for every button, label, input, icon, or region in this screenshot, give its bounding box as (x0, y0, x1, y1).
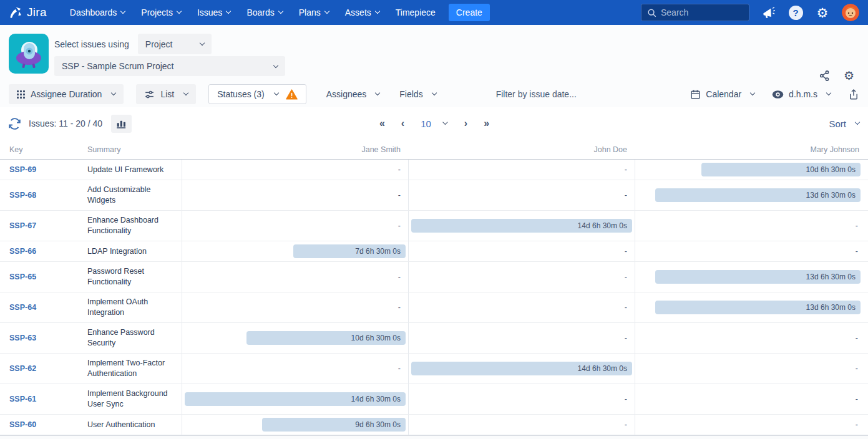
report-toolbar: Assignee Duration List Statuses (3) Assi… (0, 81, 868, 107)
nav-item-projects[interactable]: Projects (133, 0, 189, 25)
next-page-button[interactable]: › (464, 118, 467, 129)
assignees-filter-dropdown[interactable]: Assignees (326, 89, 380, 99)
first-page-button[interactable]: « (379, 118, 384, 129)
duration-bar[interactable]: 14d 6h 30m 0s (185, 392, 406, 406)
issue-key-link[interactable]: SSP-62 (9, 364, 36, 373)
duration-cell: - (635, 384, 868, 414)
issue-source-type-dropdown[interactable]: Project (138, 34, 212, 54)
chevron-down-icon (278, 9, 283, 14)
issue-key-link[interactable]: SSP-64 (9, 303, 36, 312)
issue-key-link[interactable]: SSP-63 (9, 334, 36, 342)
issue-key-link[interactable]: SSP-61 (9, 395, 36, 403)
column-header-key: Key (9, 145, 87, 154)
view-mode-dropdown[interactable]: List (136, 84, 196, 104)
report-controls: Issues: 11 - 20 / 40 « ‹ 10 › » Sort (0, 107, 868, 140)
column-header-assignee-2: John Doe (408, 145, 635, 154)
chevron-down-icon (826, 90, 831, 95)
duration-cell: - (408, 180, 635, 210)
jira-logo[interactable]: Jira (9, 6, 47, 19)
duration-bar[interactable]: 13d 6h 30m 0s (655, 301, 861, 314)
issue-summary: Enhance Password Security (87, 323, 182, 353)
create-button[interactable]: Create (449, 4, 490, 21)
duration-cell: 10d 6h 30m 0s (182, 323, 408, 353)
nav-item-boards[interactable]: Boards (238, 0, 290, 25)
chevron-down-icon (324, 9, 329, 14)
issue-key-link[interactable]: SSP-60 (9, 420, 36, 429)
issue-summary: Password Reset Functionality (87, 262, 182, 292)
chevron-down-icon (431, 90, 436, 95)
empty-duration-dash: - (625, 191, 627, 200)
table-row: SSP-60User Authentication9d 6h 30m 0s-- (0, 415, 868, 435)
jira-logo-icon (9, 6, 22, 19)
nav-item-issues[interactable]: Issues (189, 0, 238, 25)
duration-bar[interactable]: 7d 6h 30m 0s (293, 244, 406, 258)
empty-duration-dash: - (625, 395, 627, 403)
table-row: SSP-66LDAP Integration7d 6h 30m 0s-- (0, 241, 868, 262)
report-grid-icon (17, 90, 25, 99)
nav-item-assets[interactable]: Assets (337, 0, 388, 25)
last-page-button[interactable]: » (484, 118, 489, 129)
chevron-down-icon (273, 90, 278, 95)
prev-page-button[interactable]: ‹ (401, 118, 404, 129)
refresh-icon[interactable] (9, 118, 21, 130)
page-size-dropdown[interactable]: 10 (421, 118, 447, 129)
table-row: SSP-68Add Customizable Widgets--13d 6h 3… (0, 180, 868, 211)
report-type-dropdown[interactable]: Assignee Duration (9, 84, 124, 104)
chart-view-button[interactable] (111, 115, 132, 133)
nav-item-timepiece[interactable]: Timepiece (388, 0, 444, 25)
export-icon[interactable] (848, 89, 859, 100)
duration-cell: 7d 6h 30m 0s (182, 241, 408, 261)
nav-search[interactable] (641, 4, 749, 21)
time-format-dropdown[interactable]: d.h.m.s (772, 89, 831, 99)
duration-bar[interactable]: 10d 6h 30m 0s (701, 163, 861, 176)
empty-duration-dash: - (398, 221, 401, 230)
duration-bar[interactable]: 9d 6h 30m 0s (262, 418, 406, 432)
issue-date-filter-input[interactable] (496, 89, 640, 99)
duration-cell: - (635, 211, 868, 241)
calendar-dropdown[interactable]: Calendar (690, 89, 754, 100)
project-dropdown[interactable]: SSP - Sample Scrum Project (54, 56, 285, 76)
duration-cell: - (635, 323, 868, 353)
settings-gear-icon[interactable]: ⚙ (815, 5, 830, 20)
duration-bar[interactable]: 14d 6h 30m 0s (411, 362, 632, 375)
issue-key-link[interactable]: SSP-65 (9, 273, 36, 281)
announcements-icon[interactable] (761, 5, 776, 20)
help-icon[interactable]: ? (788, 5, 803, 20)
issue-key-link[interactable]: SSP-66 (9, 247, 36, 256)
duration-bar[interactable]: 13d 6h 30m 0s (655, 270, 861, 284)
share-icon[interactable] (819, 70, 831, 82)
search-input[interactable] (661, 7, 743, 17)
statuses-filter-dropdown[interactable]: Statuses (3) (208, 84, 306, 104)
fields-menu-dropdown[interactable]: Fields (399, 89, 436, 99)
chevron-down-icon (855, 120, 860, 125)
issue-summary: Implement Two-Factor Authentication (87, 354, 182, 384)
report-main: Issues: 11 - 20 / 40 « ‹ 10 › » Sort Key… (0, 107, 868, 436)
report-settings-gear-icon[interactable]: ⚙ (844, 70, 854, 82)
empty-duration-dash: - (856, 221, 858, 230)
empty-duration-dash: - (398, 364, 401, 373)
nav-item-dashboards[interactable]: Dashboards (62, 0, 134, 25)
issue-key-link[interactable]: SSP-67 (9, 221, 36, 230)
top-navigation: Jira DashboardsProjectsIssuesBoardsPlans… (0, 0, 868, 25)
duration-cell: - (635, 354, 868, 384)
issue-key-link[interactable]: SSP-68 (9, 191, 36, 200)
empty-duration-dash: - (625, 273, 627, 281)
issue-summary: User Authentication (87, 415, 182, 435)
empty-duration-dash: - (625, 247, 627, 256)
nav-item-plans[interactable]: Plans (291, 0, 337, 25)
duration-bar[interactable]: 10d 6h 30m 0s (246, 331, 406, 345)
empty-duration-dash: - (625, 420, 627, 429)
duration-bar[interactable]: 13d 6h 30m 0s (655, 188, 861, 202)
empty-duration-dash: - (625, 303, 627, 312)
empty-duration-dash: - (625, 165, 627, 174)
table-row: SSP-64Implement OAuth Integration--13d 6… (0, 292, 868, 323)
issue-key-link[interactable]: SSP-69 (9, 165, 36, 174)
issue-source-selectors: Select issues using Project SSP - Sample… (54, 34, 285, 81)
user-avatar[interactable] (842, 4, 859, 21)
search-icon (647, 8, 656, 17)
select-issues-label: Select issues using (54, 39, 129, 49)
sort-dropdown[interactable]: Sort (829, 118, 859, 129)
duration-bar[interactable]: 14d 6h 30m 0s (411, 219, 632, 233)
duration-cell: - (182, 292, 408, 322)
chevron-down-icon (111, 90, 116, 95)
